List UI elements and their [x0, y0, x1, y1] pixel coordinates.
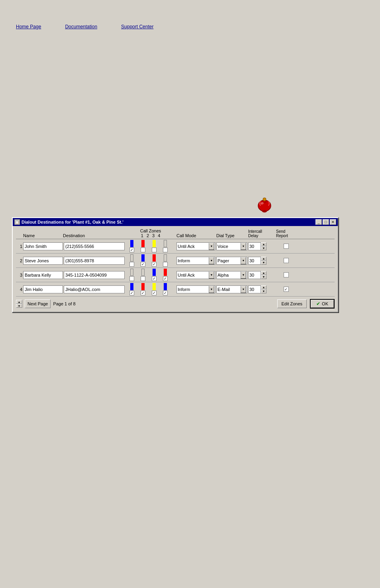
row-2-zone-1 [126, 254, 137, 267]
row-2-zone-1-checkbox[interactable] [129, 262, 134, 267]
row-3-destination: 345-1122-A-0504099 [64, 271, 125, 279]
row-1-zone-4-bar [164, 240, 167, 247]
row-3-intercall-delay: 30 ▲ ▼ [248, 271, 276, 279]
table-row: 3 Barbara Kelly 345-1122-A-0504099 [16, 268, 335, 282]
row-1-call-mode-arrow[interactable]: ▼ [209, 243, 214, 250]
table-row: 4 Jim Halio JHalio@AOL.com [16, 282, 335, 297]
row-4-delay-spinners: ▲ ▼ [261, 285, 266, 293]
row-2-call-zones [125, 254, 176, 267]
row-4-intercall-delay: 30 ▲ ▼ [248, 285, 276, 293]
ok-button[interactable]: ✔ OK [310, 299, 335, 309]
row-2-delay-down[interactable]: ▼ [261, 261, 266, 265]
row-3-zone-4-checkbox[interactable] [163, 276, 168, 281]
row-3-zone-3-checkbox[interactable] [152, 276, 157, 281]
row-2-zone-4-checkbox[interactable] [163, 262, 168, 267]
row-1-delay-input[interactable]: 30 [248, 242, 261, 250]
row-4-call-mode-arrow[interactable]: ▼ [209, 286, 214, 293]
row-3-delay-up[interactable]: ▲ [261, 271, 266, 275]
row-1-zone-1-bar [130, 240, 133, 247]
row-4-zone-3-checkbox[interactable] [152, 291, 157, 295]
row-2-zone-2 [137, 254, 149, 267]
row-4-zone-4-bar [164, 283, 167, 290]
row-4-zone-3 [149, 283, 160, 295]
row-1-call-mode: Until Ack ▼ [176, 242, 216, 250]
row-1-delay-up[interactable]: ▲ [261, 242, 266, 246]
edit-zones-button[interactable]: Edit Zones [277, 299, 307, 308]
row-3-zone-2-checkbox[interactable] [141, 276, 145, 281]
row-4-delay-down[interactable]: ▼ [261, 289, 266, 293]
row-2-zone-4 [160, 254, 171, 267]
page-updown-controls: ▲ ▼ [16, 300, 22, 308]
col-call-zones-header: Call Zones 1 2 3 4 [125, 228, 176, 238]
row-3-call-mode-arrow[interactable]: ▼ [209, 271, 214, 279]
row-4-zone-4-checkbox[interactable] [163, 291, 168, 295]
row-2-dial-type-dropdown[interactable]: Pager ▼ [216, 257, 247, 265]
row-3-zone-3-bar [153, 269, 156, 276]
row-4-zone-2-checkbox[interactable] [141, 291, 145, 295]
row-1-zone-4-checkbox[interactable] [163, 248, 168, 252]
row-2-delay-up[interactable]: ▲ [261, 257, 266, 261]
row-3-dial-type-arrow[interactable]: ▼ [241, 271, 246, 279]
row-2-dial-type-arrow[interactable]: ▼ [241, 257, 246, 264]
row-4-delay-input[interactable]: 30 [248, 285, 261, 293]
row-3-zone-1 [126, 269, 137, 281]
row-3-name: Barbara Kelly [23, 271, 63, 279]
row-1-dial-type-dropdown[interactable]: Voice ▼ [216, 242, 247, 250]
row-4-delay-up[interactable]: ▲ [261, 285, 266, 289]
row-2-zone-3-checkbox[interactable] [152, 262, 157, 267]
row-2-intercall-delay: 30 ▲ ▼ [248, 257, 276, 265]
row-3-send-report-checkbox[interactable] [284, 272, 289, 277]
row-4-send-report-checkbox[interactable] [284, 287, 289, 292]
row-4-zone-1-checkbox[interactable] [129, 291, 134, 295]
row-1-delay-spinners: ▲ ▼ [261, 242, 266, 250]
next-page-button[interactable]: Next Page [25, 299, 51, 308]
row-1-delay-down[interactable]: ▼ [261, 246, 266, 250]
col-name-header: Name [23, 233, 63, 238]
row-2-zone-2-bar [141, 254, 145, 262]
row-4-call-mode: Inform ▼ [176, 285, 216, 293]
row-4-dial-type-arrow[interactable]: ▼ [241, 286, 246, 293]
top-link-3[interactable]: Support Center [121, 24, 153, 29]
row-2-zone-3 [149, 254, 160, 267]
row-4-call-mode-dropdown[interactable]: Inform ▼ [176, 285, 215, 293]
top-link-1[interactable]: Home Page [16, 24, 41, 29]
top-link-2[interactable]: Documentation [65, 24, 97, 29]
row-2-call-mode-arrow[interactable]: ▼ [209, 257, 214, 264]
row-3-zone-1-checkbox[interactable] [129, 276, 134, 281]
row-4-name: Jim Halio [23, 285, 63, 293]
row-4-dial-type-dropdown[interactable]: E-Mail ▼ [216, 285, 247, 293]
row-3-delay-input[interactable]: 30 [248, 271, 261, 279]
row-1-destination: (212)555-5566 [64, 242, 125, 250]
row-4-zone-2 [137, 283, 149, 295]
ok-checkmark-icon: ✔ [316, 301, 320, 307]
row-3-dial-type-dropdown[interactable]: Alpha ▼ [216, 271, 247, 279]
row-1-zone-1-checkbox[interactable] [129, 248, 134, 252]
maximize-button[interactable]: □ [323, 219, 329, 225]
row-3-call-mode-dropdown[interactable]: Until Ack ▼ [176, 271, 215, 279]
row-1-zone-2-checkbox[interactable] [141, 248, 145, 252]
dialog-app-icon: 📋 [14, 219, 20, 225]
row-1-dial-type-arrow[interactable]: ▼ [241, 243, 246, 250]
row-4-dial-type: E-Mail ▼ [216, 285, 248, 293]
row-2-call-mode-dropdown[interactable]: Inform ▼ [176, 257, 215, 265]
page-background: Home Page Documentation Support Center 📋… [0, 0, 380, 588]
row-2-delay-input[interactable]: 30 [248, 257, 261, 265]
svg-point-2 [263, 198, 266, 201]
row-2-delay-spinners: ▲ ▼ [261, 257, 266, 265]
row-4-destination: JHalio@AOL.com [64, 285, 125, 293]
row-2-zone-2-checkbox[interactable] [141, 262, 145, 267]
titlebar-buttons: _ □ ✕ [315, 219, 336, 225]
table-row: 1 John Smith (212)555-5566 [16, 239, 335, 254]
close-button[interactable]: ✕ [330, 219, 336, 225]
page-up-button[interactable]: ▲ [16, 300, 22, 304]
row-1-intercall-delay: 30 ▲ ▼ [248, 242, 276, 250]
page-down-button[interactable]: ▼ [16, 304, 22, 308]
row-1-zone-2 [137, 240, 149, 252]
row-1-zone-3-checkbox[interactable] [152, 248, 157, 252]
row-1-call-mode-dropdown[interactable]: Until Ack ▼ [176, 242, 215, 250]
row-1-send-report-checkbox[interactable] [284, 244, 289, 249]
row-2-destination: (301)555-8978 [64, 257, 125, 265]
minimize-button[interactable]: _ [315, 219, 322, 225]
row-2-send-report-checkbox[interactable] [284, 258, 289, 263]
row-3-delay-down[interactable]: ▼ [261, 275, 266, 279]
